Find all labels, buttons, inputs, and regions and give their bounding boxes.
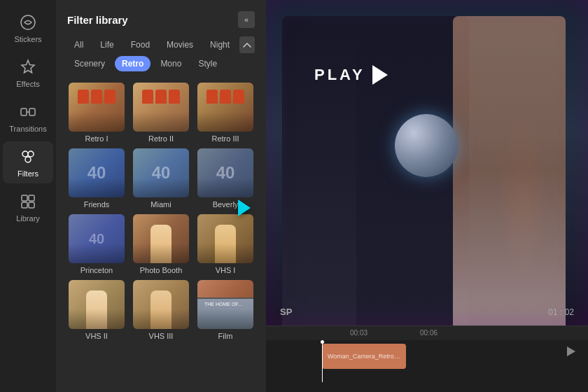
filter-label-vhs2: VHS II	[85, 332, 108, 340]
timeline-tracks: Woman_Camera_Retro_Looking_At_Camera_By_…	[266, 340, 588, 382]
filter-label-retro2: Retro II	[148, 134, 174, 143]
filter-item-vhs2[interactable]: VHS II	[67, 280, 126, 340]
filter-item-film[interactable]: THE HOME OF... Film	[196, 280, 255, 340]
filter-thumb-vhs3	[133, 280, 189, 329]
svg-rect-2	[29, 108, 35, 115]
filter-thumb-beverly: 40	[197, 148, 253, 197]
video-preview[interactable]: PLAY SP 01 : 02	[266, 0, 588, 326]
filter-thumb-friends: 40	[69, 148, 125, 197]
sidebar-item-stickers[interactable]: Stickers	[3, 7, 53, 49]
cursor-arrow	[238, 200, 251, 216]
svg-point-6	[25, 157, 31, 162]
tab-night[interactable]: Night	[203, 37, 237, 52]
sp-label: SP	[280, 307, 292, 317]
filter-label-film: Film	[218, 332, 233, 340]
svg-point-0	[21, 15, 35, 29]
play-overlay: PLAY	[314, 65, 388, 85]
transitions-icon	[18, 102, 38, 122]
filter-label-princeton: Princeton	[80, 266, 113, 274]
filter-grid: Retro I Retro II R	[56, 77, 266, 392]
sidebar: Stickers Effects Transitions Fil	[0, 0, 56, 392]
svg-rect-8	[29, 195, 34, 201]
timeline-play-button[interactable]	[564, 344, 578, 358]
filter-panel-header: Filter library «	[56, 0, 266, 36]
filters-icon	[18, 147, 38, 167]
filter-item-retro2[interactable]: Retro II	[132, 83, 190, 143]
filter-thumb-miami: 40	[133, 148, 189, 197]
up-arrow-button[interactable]	[239, 36, 255, 53]
sidebar-item-library[interactable]: Library	[3, 186, 53, 228]
video-background: PLAY SP 01 : 02	[266, 0, 588, 326]
svg-point-5	[28, 151, 34, 157]
timeline-time-1: 00:03	[350, 329, 368, 337]
filter-panel-title: Filter library	[67, 14, 128, 26]
filter-item-friends[interactable]: 40 Friends	[67, 148, 126, 209]
library-icon	[18, 192, 38, 211]
filter-thumb-retro2	[133, 83, 189, 132]
timeline-track[interactable]: Woman_Camera_Retro_Looking_At_Camera_By_…	[322, 344, 406, 369]
filter-thumb-vhs2	[69, 280, 125, 329]
play-icon	[372, 65, 388, 85]
svg-rect-10	[29, 202, 34, 208]
filter-thumb-film: THE HOME OF...	[197, 280, 253, 329]
tab-food[interactable]: Food	[124, 37, 157, 52]
preview-area: PLAY SP 01 : 02 00:03 00:06 Woman_Camera…	[266, 0, 588, 392]
filter-item-princeton[interactable]: 40 Princeton	[67, 214, 126, 274]
filter-thumb-retro3	[197, 83, 253, 132]
filter-thumb-photobooth	[133, 214, 189, 263]
svg-rect-7	[22, 195, 27, 201]
filter-thumb-vhs1	[197, 214, 253, 263]
timeline-playhead[interactable]	[322, 340, 323, 382]
stickers-icon	[18, 13, 38, 32]
timeline-time-2: 00:06	[420, 329, 438, 337]
filter-item-vhs1[interactable]: VHS I	[196, 214, 255, 274]
filter-tabs: All Life Food Movies Night Scenery Retro…	[56, 36, 266, 77]
sidebar-stickers-label: Stickers	[14, 35, 41, 43]
svg-marker-11	[567, 346, 575, 356]
collapse-button[interactable]: «	[238, 11, 255, 28]
filter-label-beverly: Beverly	[213, 200, 239, 209]
filter-item-retro3[interactable]: Retro III	[196, 83, 255, 143]
effects-icon	[18, 57, 38, 77]
filter-label-vhs3: VHS III	[149, 332, 174, 340]
svg-rect-1	[21, 108, 27, 115]
filter-panel: Filter library « All Life Food Movies Ni…	[56, 0, 266, 392]
tab-style[interactable]: Style	[191, 56, 224, 71]
filter-label-vhs1: VHS I	[216, 266, 236, 274]
timeline-ruler: 00:03 00:06	[266, 326, 588, 340]
play-text: PLAY	[314, 66, 365, 84]
sidebar-library-label: Library	[16, 214, 40, 223]
filter-item-vhs3[interactable]: VHS III	[132, 280, 190, 340]
svg-rect-9	[22, 202, 27, 208]
tab-mono[interactable]: Mono	[153, 56, 188, 71]
timeline: 00:03 00:06 Woman_Camera_Retro_Looking_A…	[266, 326, 588, 392]
tab-retro[interactable]: Retro	[115, 56, 150, 71]
tab-all[interactable]: All	[67, 37, 90, 52]
filter-label-retro1: Retro I	[85, 134, 108, 143]
filter-item-photobooth[interactable]: Photo Booth	[132, 214, 190, 274]
filter-label-retro3: Retro III	[211, 134, 239, 143]
timecode-label: 01 : 02	[548, 307, 574, 317]
filter-label-friends: Friends	[84, 200, 110, 209]
svg-point-4	[22, 151, 28, 157]
filter-thumb-princeton: 40	[69, 214, 125, 263]
tab-life[interactable]: Life	[93, 37, 120, 52]
filter-item-retro1[interactable]: Retro I	[67, 83, 126, 143]
filter-tab-row2: Scenery Retro Mono Style	[67, 56, 255, 71]
sidebar-item-transitions[interactable]: Transitions	[3, 97, 53, 139]
track-label: Woman_Camera_Retro_Looking_At_Camera_By_…	[328, 353, 400, 360]
filter-label-miami: Miami	[150, 200, 171, 209]
filter-item-miami[interactable]: 40 Miami	[132, 148, 190, 209]
tab-movies[interactable]: Movies	[160, 37, 200, 52]
sidebar-item-effects[interactable]: Effects	[3, 52, 53, 94]
tab-scenery[interactable]: Scenery	[67, 56, 112, 71]
sidebar-filters-label: Filters	[18, 169, 38, 178]
filter-thumb-retro1	[69, 83, 125, 132]
sidebar-item-filters[interactable]: Filters	[3, 141, 53, 183]
sidebar-effects-label: Effects	[16, 80, 39, 88]
filter-tab-row1: All Life Food Movies Night	[67, 36, 255, 53]
filter-label-photobooth: Photo Booth	[140, 266, 183, 274]
sidebar-transitions-label: Transitions	[9, 125, 46, 133]
